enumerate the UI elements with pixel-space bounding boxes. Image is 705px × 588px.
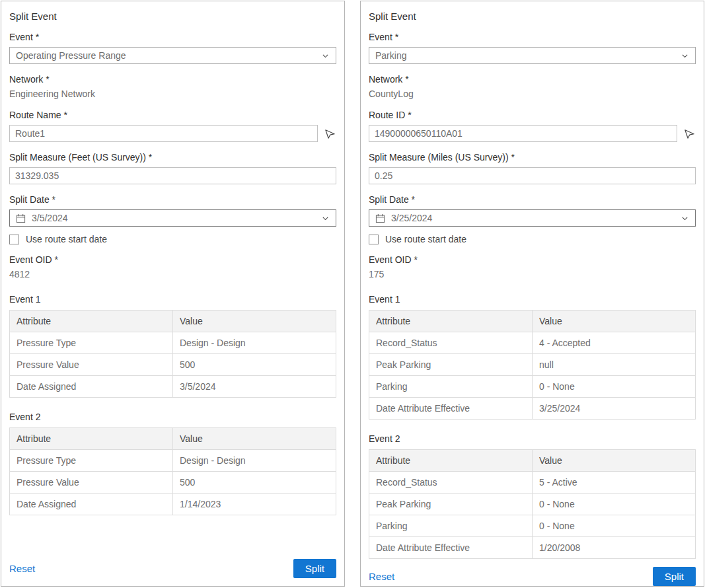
panel-footer: Reset Split [361, 559, 704, 588]
use-route-start-date-row: Use route start date [9, 234, 336, 244]
table-row: Date Assigned3/5/2024 [10, 376, 336, 398]
network-value: Engineering Network [9, 88, 336, 100]
event1-title: Event 1 [9, 294, 336, 305]
table-cell: 0 - None [533, 515, 696, 537]
table-body: Record_Status4 - AcceptedPeak Parkingnul… [369, 332, 696, 420]
table-row: Peak Parkingnull [369, 354, 696, 376]
date-value: 3/25/2024 [391, 213, 681, 223]
table-row: Pressure TypeDesign - Design [10, 450, 336, 472]
route-input[interactable] [9, 125, 318, 142]
route-label: Route Name * [9, 110, 336, 120]
column-header-attribute: Attribute [10, 428, 173, 450]
table-row: Pressure Value500 [10, 472, 336, 494]
table-cell: 500 [173, 354, 336, 376]
reset-button[interactable]: Reset [9, 563, 35, 574]
table-header-row: Attribute Value [10, 311, 336, 332]
table-header-row: Attribute Value [10, 428, 336, 450]
route-row [9, 125, 336, 142]
split-event-panel-left: Split Event Event * Operating Pressure R… [1, 1, 345, 587]
table-cell: 1/14/2023 [173, 494, 336, 515]
table-cell: Design - Design [173, 450, 336, 472]
use-route-start-date-label: Use route start date [26, 234, 107, 244]
table-cell: Record_Status [369, 332, 533, 354]
table-cell: Design - Design [173, 332, 336, 354]
column-header-attribute: Attribute [369, 311, 533, 332]
event-label: Event * [369, 32, 696, 42]
event-select-value: Parking [375, 50, 406, 61]
table-row: Date Assigned1/14/2023 [10, 494, 336, 515]
chevron-down-icon [321, 214, 330, 223]
panel-footer: Reset Split [1, 551, 344, 586]
measure-input[interactable] [9, 167, 336, 184]
column-header-attribute: Attribute [369, 450, 533, 472]
table-cell: 0 - None [533, 494, 696, 515]
column-header-value: Value [173, 311, 336, 332]
table-header-row: Attribute Value [369, 450, 696, 472]
date-value: 3/5/2024 [32, 213, 321, 223]
event-oid-value: 4812 [9, 268, 336, 280]
event2-title: Event 2 [9, 412, 336, 422]
measure-input[interactable] [369, 167, 696, 184]
date-label: Split Date * [369, 194, 696, 205]
event1-table: Attribute Value Pressure TypeDesign - De… [9, 310, 336, 398]
measure-label: Split Measure (Feet (US Survey)) * [9, 152, 336, 163]
panel-title: Split Event [369, 11, 696, 22]
event-oid-label: Event OID * [9, 254, 336, 265]
table-row: Parking0 - None [369, 515, 696, 537]
use-route-start-date-checkbox[interactable] [9, 235, 19, 244]
table-cell: Peak Parking [369, 354, 533, 376]
table-row: Record_Status5 - Active [369, 472, 696, 494]
split-button[interactable]: Split [293, 559, 336, 578]
table-body: Record_Status5 - ActivePeak Parking0 - N… [369, 472, 696, 559]
table-cell: Date Attribute Effective [369, 398, 533, 420]
use-route-start-date-row: Use route start date [369, 234, 696, 244]
table-cell: 3/25/2024 [533, 398, 696, 420]
column-header-attribute: Attribute [10, 311, 173, 332]
table-row: Pressure Value500 [10, 354, 336, 376]
event2-title: Event 2 [369, 433, 696, 444]
event-label: Event * [9, 32, 336, 42]
table-body: Pressure TypeDesign - DesignPressure Val… [10, 332, 336, 398]
column-header-value: Value [533, 450, 696, 472]
use-route-start-date-checkbox[interactable] [369, 235, 379, 244]
event1-title: Event 1 [369, 294, 696, 305]
table-cell: Pressure Value [10, 472, 173, 494]
table-row: Date Attribute Effective1/20/2008 [369, 537, 696, 559]
measure-label: Split Measure (Miles (US Survey)) * [369, 152, 696, 163]
map-pointer-icon[interactable] [324, 128, 336, 140]
table-cell: Parking [369, 515, 533, 537]
table-cell: 4 - Accepted [533, 332, 696, 354]
event1-table: Attribute Value Record_Status4 - Accepte… [369, 310, 696, 420]
event-select[interactable]: Parking [369, 47, 696, 64]
table-cell: 0 - None [533, 376, 696, 398]
table-row: Peak Parking0 - None [369, 494, 696, 515]
table-header-row: Attribute Value [369, 311, 696, 332]
network-label: Network * [9, 74, 336, 85]
split-event-panel-right: Split Event Event * Parking Network * Co… [360, 1, 704, 587]
date-picker[interactable]: 3/5/2024 [9, 209, 336, 227]
table-cell: Pressure Type [10, 332, 173, 354]
table-cell: 5 - Active [533, 472, 696, 494]
table-cell: Date Assigned [10, 494, 173, 515]
reset-button[interactable]: Reset [369, 571, 394, 582]
use-route-start-date-label: Use route start date [385, 234, 466, 244]
table-row: Date Attribute Effective3/25/2024 [369, 398, 696, 420]
table-cell: Date Attribute Effective [369, 537, 533, 559]
route-label: Route ID * [369, 110, 696, 120]
date-picker[interactable]: 3/25/2024 [369, 209, 696, 227]
table-body: Pressure TypeDesign - DesignPressure Val… [10, 450, 336, 515]
event-select[interactable]: Operating Pressure Range [9, 47, 336, 64]
event-oid-label: Event OID * [369, 254, 696, 265]
network-label: Network * [369, 74, 696, 85]
chevron-down-icon [681, 52, 689, 60]
split-button[interactable]: Split [653, 567, 696, 586]
map-pointer-icon[interactable] [683, 128, 696, 140]
table-cell: null [533, 354, 696, 376]
event-oid-value: 175 [369, 268, 696, 280]
column-header-value: Value [173, 428, 336, 450]
route-row [369, 125, 696, 142]
table-row: Pressure TypeDesign - Design [10, 332, 336, 354]
table-cell: 1/20/2008 [533, 537, 696, 559]
panel-body: Split Event Event * Parking Network * Co… [361, 1, 704, 559]
route-input[interactable] [369, 125, 677, 142]
